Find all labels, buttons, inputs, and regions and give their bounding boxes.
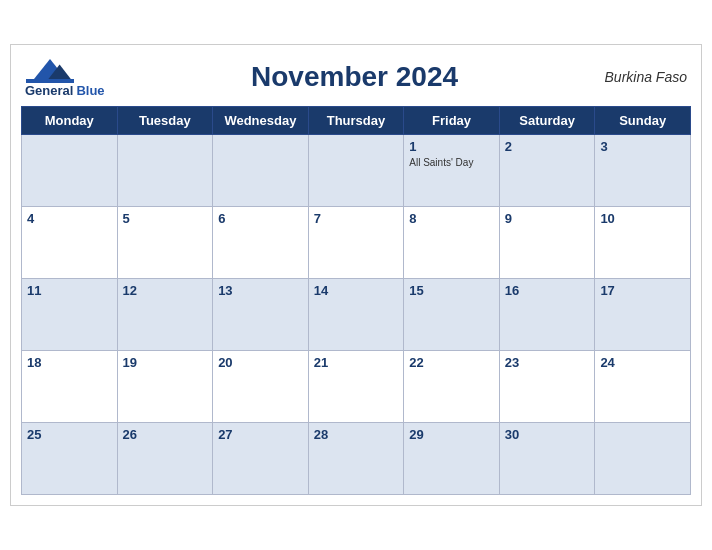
- calendar-week-row: 18192021222324: [22, 351, 691, 423]
- calendar-container: General Blue November 2024 Burkina Faso …: [10, 44, 702, 507]
- calendar-cell: 10: [595, 207, 691, 279]
- calendar-cell: [22, 135, 118, 207]
- calendar-week-row: 252627282930: [22, 423, 691, 495]
- weekday-header-thursday: Thursday: [308, 107, 404, 135]
- event-text: All Saints' Day: [409, 156, 494, 169]
- calendar-header: General Blue November 2024 Burkina Faso: [21, 55, 691, 99]
- calendar-cell: 26: [117, 423, 213, 495]
- logo-blue: Blue: [76, 83, 104, 99]
- calendar-title: November 2024: [251, 61, 458, 93]
- calendar-week-row: 45678910: [22, 207, 691, 279]
- calendar-cell: 2: [499, 135, 595, 207]
- day-number: 24: [600, 355, 685, 370]
- calendar-cell: 13: [213, 279, 309, 351]
- calendar-cell: 29: [404, 423, 500, 495]
- calendar-cell: 8: [404, 207, 500, 279]
- calendar-cell: 9: [499, 207, 595, 279]
- calendar-cell: 14: [308, 279, 404, 351]
- day-number: 27: [218, 427, 303, 442]
- logo-general: General: [25, 83, 73, 99]
- weekday-header-wednesday: Wednesday: [213, 107, 309, 135]
- calendar-cell: 3: [595, 135, 691, 207]
- day-number: 29: [409, 427, 494, 442]
- day-number: 20: [218, 355, 303, 370]
- weekday-header-saturday: Saturday: [499, 107, 595, 135]
- day-number: 11: [27, 283, 112, 298]
- weekday-header-sunday: Sunday: [595, 107, 691, 135]
- calendar-cell: 4: [22, 207, 118, 279]
- calendar-cell: [308, 135, 404, 207]
- calendar-cell: 6: [213, 207, 309, 279]
- calendar-cell: 20: [213, 351, 309, 423]
- calendar-cell: 18: [22, 351, 118, 423]
- calendar-cell: 28: [308, 423, 404, 495]
- day-number: 6: [218, 211, 303, 226]
- calendar-cell: 22: [404, 351, 500, 423]
- calendar-cell: 11: [22, 279, 118, 351]
- weekday-header-monday: Monday: [22, 107, 118, 135]
- day-number: 23: [505, 355, 590, 370]
- calendar-cell: 16: [499, 279, 595, 351]
- day-number: 8: [409, 211, 494, 226]
- calendar-cell: 30: [499, 423, 595, 495]
- day-number: 3: [600, 139, 685, 154]
- day-number: 15: [409, 283, 494, 298]
- day-number: 16: [505, 283, 590, 298]
- weekday-header-row: MondayTuesdayWednesdayThursdayFridaySatu…: [22, 107, 691, 135]
- calendar-cell: 24: [595, 351, 691, 423]
- calendar-cell: 21: [308, 351, 404, 423]
- day-number: 14: [314, 283, 399, 298]
- weekday-header-friday: Friday: [404, 107, 500, 135]
- calendar-cell: 15: [404, 279, 500, 351]
- calendar-table: MondayTuesdayWednesdayThursdayFridaySatu…: [21, 106, 691, 495]
- day-number: 18: [27, 355, 112, 370]
- calendar-cell: [213, 135, 309, 207]
- calendar-week-row: 1All Saints' Day23: [22, 135, 691, 207]
- calendar-cell: 5: [117, 207, 213, 279]
- calendar-cell: 7: [308, 207, 404, 279]
- day-number: 13: [218, 283, 303, 298]
- day-number: 17: [600, 283, 685, 298]
- day-number: 21: [314, 355, 399, 370]
- country-name: Burkina Faso: [605, 69, 687, 85]
- day-number: 7: [314, 211, 399, 226]
- calendar-cell: 25: [22, 423, 118, 495]
- day-number: 10: [600, 211, 685, 226]
- day-number: 1: [409, 139, 494, 154]
- day-number: 12: [123, 283, 208, 298]
- day-number: 22: [409, 355, 494, 370]
- calendar-cell: 1All Saints' Day: [404, 135, 500, 207]
- weekday-header-tuesday: Tuesday: [117, 107, 213, 135]
- calendar-week-row: 11121314151617: [22, 279, 691, 351]
- day-number: 4: [27, 211, 112, 226]
- day-number: 30: [505, 427, 590, 442]
- logo-icon: [25, 55, 75, 83]
- calendar-cell: 19: [117, 351, 213, 423]
- day-number: 25: [27, 427, 112, 442]
- calendar-cell: [595, 423, 691, 495]
- day-number: 26: [123, 427, 208, 442]
- day-number: 9: [505, 211, 590, 226]
- calendar-cell: 23: [499, 351, 595, 423]
- day-number: 28: [314, 427, 399, 442]
- day-number: 2: [505, 139, 590, 154]
- day-number: 5: [123, 211, 208, 226]
- calendar-cell: 12: [117, 279, 213, 351]
- calendar-cell: 27: [213, 423, 309, 495]
- calendar-cell: [117, 135, 213, 207]
- logo-area: General Blue: [25, 55, 105, 99]
- day-number: 19: [123, 355, 208, 370]
- calendar-cell: 17: [595, 279, 691, 351]
